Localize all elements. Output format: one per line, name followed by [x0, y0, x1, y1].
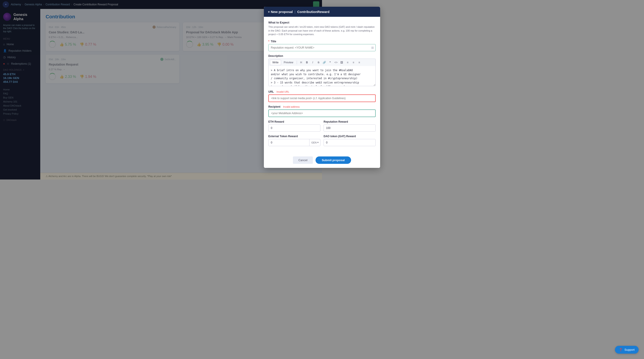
- eth-reward-group: ETH Reward: [268, 120, 320, 132]
- modal-header: + New proposal | ContributionReward: [264, 7, 322, 17]
- title-label: * Title: [268, 40, 322, 43]
- submit-proposal-button[interactable]: Submit proposal: [316, 156, 322, 164]
- description-toolbar: Write Preview H B I S 🔗 ❝ <> 🖼 ≡ ≡ ≡: [268, 59, 322, 66]
- modal-footer: Cancel Submit proposal: [264, 153, 322, 168]
- toolbar-divider: [297, 61, 297, 64]
- external-token-label: External Token Reward: [268, 135, 320, 138]
- modal-body: What to Expect This proposal can send et…: [264, 17, 322, 153]
- url-label: URL Invalid URL: [268, 90, 322, 93]
- cancel-button[interactable]: Cancel: [293, 156, 312, 164]
- new-proposal-modal: + New proposal | ContributionReward What…: [264, 7, 322, 168]
- title-required-star: *: [268, 40, 270, 43]
- description-group: Description Write Preview H B I S 🔗 ❝ <>…: [268, 54, 322, 87]
- description-label: Description: [268, 54, 322, 58]
- token-selector[interactable]: GEN ▾: [309, 139, 320, 146]
- recipient-input[interactable]: [268, 109, 322, 117]
- recipient-group: Recipient Invalid address: [268, 105, 322, 117]
- url-input[interactable]: [268, 95, 322, 102]
- heading-btn[interactable]: H: [298, 60, 304, 65]
- modal-header-sep: |: [294, 10, 296, 14]
- url-error: Invalid URL: [276, 90, 289, 93]
- modal-overlay: + New proposal | ContributionReward What…: [0, 0, 322, 180]
- recipient-label: Recipient Invalid address: [268, 105, 322, 108]
- what-to-expect-section: What to Expect This proposal can send et…: [268, 21, 322, 36]
- title-group: * Title ⊞: [268, 40, 322, 51]
- italic-btn[interactable]: I: [310, 60, 315, 65]
- title-input[interactable]: [268, 44, 322, 51]
- external-token-group: External Token Reward GEN ▾: [268, 135, 320, 146]
- external-token-input-group: GEN ▾: [268, 139, 320, 146]
- rewards-row-1: ETH Reward Reputation Reward: [268, 120, 322, 135]
- token-label: GEN: [311, 141, 317, 144]
- eth-reward-label: ETH Reward: [268, 120, 320, 123]
- bold-btn[interactable]: B: [304, 60, 310, 65]
- description-textarea[interactable]: > A brief intro on why you want to join …: [268, 66, 322, 86]
- write-tab[interactable]: Write: [270, 60, 281, 65]
- modal-header-plus: + New proposal: [268, 10, 293, 14]
- chevron-down-icon: ▾: [317, 141, 319, 144]
- url-group: URL Invalid URL: [268, 90, 322, 102]
- recipient-error: Invalid address: [283, 105, 300, 108]
- preview-tab[interactable]: Preview: [282, 60, 296, 65]
- strikethrough-btn[interactable]: S: [316, 60, 321, 65]
- modal-header-type: ContributionReward: [297, 10, 322, 14]
- what-to-expect-title: What to Expect: [268, 21, 322, 24]
- eth-reward-input[interactable]: [268, 124, 320, 132]
- rewards-row-2: External Token Reward GEN ▾ DAO token (G…: [268, 135, 322, 149]
- title-input-wrapper: ⊞: [268, 44, 322, 51]
- what-to-expect-desc: This proposal can send eth / erc20 token…: [268, 25, 322, 36]
- link-btn[interactable]: 🔗: [322, 60, 322, 65]
